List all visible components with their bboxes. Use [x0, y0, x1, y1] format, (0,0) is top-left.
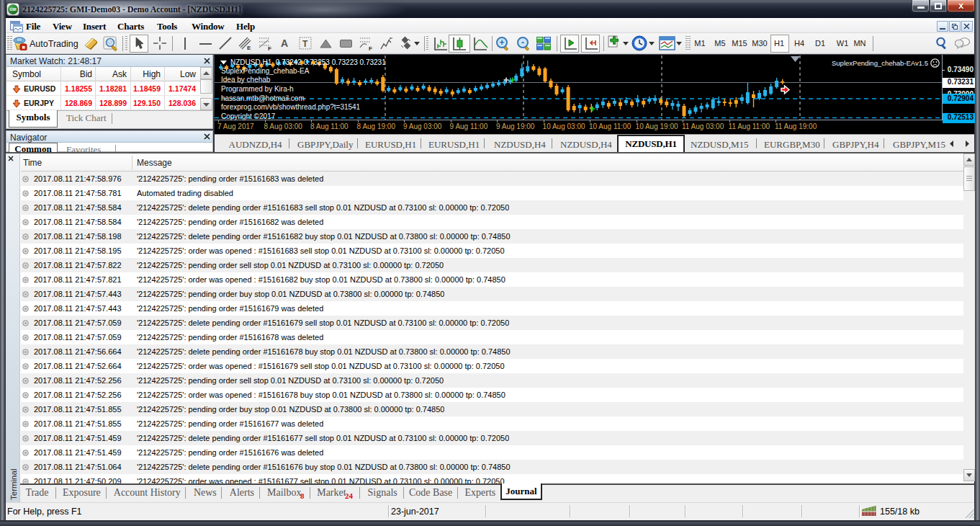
svg-text:Terminal: Terminal: [9, 469, 18, 500]
svg-text:-: -: [521, 37, 524, 48]
svg-text:T: T: [302, 39, 308, 49]
svg-text:+: +: [499, 37, 504, 48]
svg-text:E: E: [247, 45, 251, 51]
svg-text:F: F: [268, 45, 271, 51]
svg-text:F: F: [369, 45, 372, 51]
